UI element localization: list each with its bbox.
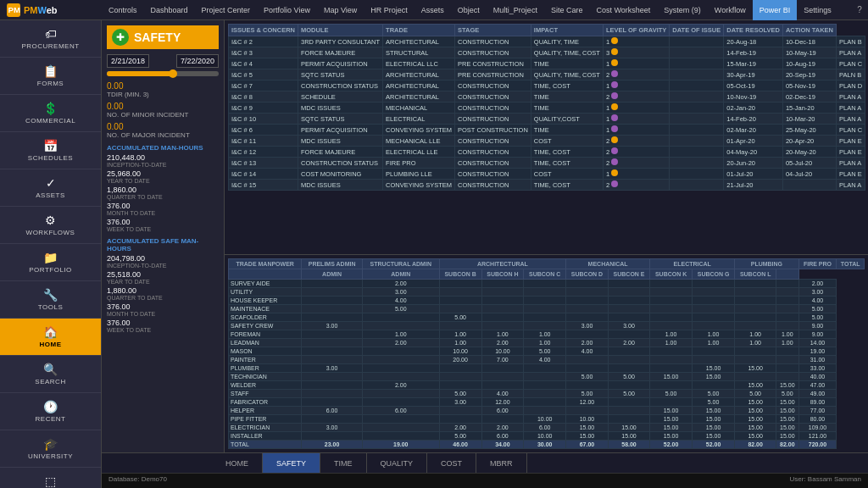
issues-cell: 02-Mar-20	[724, 125, 783, 136]
sidebar-item-portfolio[interactable]: 📁PORTFOLIO	[0, 244, 101, 281]
manpower-cell: 2.00	[362, 280, 439, 288]
manpower-cell: 15.00	[776, 398, 798, 407]
sidebar-item-workflows[interactable]: ⚙WORKFLOWS	[0, 207, 101, 244]
sidebar-item-home[interactable]: 🏠HOME	[0, 319, 101, 356]
top-nav-tab-power-bi[interactable]: Power BI	[753, 0, 798, 20]
date-to[interactable]: 7/22/2020	[176, 54, 219, 68]
sidebar-item-tools[interactable]: 🔧TOOLS	[0, 281, 101, 319]
top-nav-tab-object[interactable]: Object	[451, 0, 487, 20]
manpower-cell	[302, 288, 362, 297]
gravity-dot	[611, 114, 618, 121]
issues-cell: PRE CONSTRUCTION	[455, 58, 531, 69]
help-icon[interactable]: ?	[851, 0, 868, 20]
sidebar-item-university[interactable]: 🎓UNIVERSITY	[0, 430, 101, 468]
issues-cell: COST	[531, 136, 603, 147]
manpower-subheader: SUBCON L	[735, 269, 776, 280]
manpower-cell: 46.00	[439, 441, 481, 449]
manpower-cell	[735, 280, 776, 288]
manpower-cell: 15.00	[735, 407, 776, 415]
top-nav-tab-system-(9)[interactable]: System (9)	[657, 0, 708, 20]
manpower-cell	[566, 297, 609, 305]
manpower-cell	[650, 297, 693, 305]
manpower-row: PIPE FITTER10.0010.0015.0015.0015.0015.0…	[229, 415, 865, 424]
top-nav-tab-controls[interactable]: Controls	[102, 0, 144, 20]
manpower-cell: 6.00	[362, 407, 439, 415]
top-nav-tab-portfolio-view[interactable]: Portfolio View	[257, 0, 317, 20]
sidebar-item-search[interactable]: 🔍SEARCH	[0, 356, 101, 393]
sidebar-item-exit[interactable]: ⬚EXIT	[0, 468, 101, 488]
top-nav-tab-cost-worksheet[interactable]: Cost Worksheet	[589, 0, 657, 20]
top-nav-tab-multi_project[interactable]: Multi_Project	[487, 0, 544, 20]
manpower-cell	[302, 415, 362, 424]
manpower-cell	[566, 288, 609, 297]
top-nav-tab-site-care[interactable]: Site Care	[544, 0, 590, 20]
bottom-tab-cost[interactable]: COST	[427, 453, 476, 474]
manpower-cell: 15.00	[692, 407, 734, 415]
manpower-cell: 12.00	[481, 398, 524, 407]
safety-icon: ✚	[112, 29, 129, 46]
manpower-cell: 2.00	[481, 339, 524, 347]
issues-row: I&C # 4PERMIT ACQUISITIONELECTRICAL LLCP…	[229, 58, 865, 69]
issues-cell: I&C # 6	[229, 125, 298, 136]
sidebar-item-forms[interactable]: 📋FORMS	[0, 58, 101, 95]
issues-cell: TIME	[531, 92, 603, 103]
gravity-dot	[611, 103, 618, 110]
manpower-cell: 1.00	[735, 330, 776, 339]
slider-thumb[interactable]	[169, 69, 177, 78]
issues-cell: I&C # 14	[229, 169, 298, 180]
issues-cell: 21-Jul-20	[724, 180, 783, 191]
sidebar-item-schedules[interactable]: 📅SCHEDULES	[0, 132, 101, 169]
issues-cell: CONSTRUCTION	[455, 80, 531, 92]
gravity-dot	[611, 81, 618, 88]
issues-cell: 2	[603, 158, 669, 169]
manpower-cell: 15.00	[776, 424, 798, 432]
accumulated-safe-row: 376.00MONTH TO DATE	[107, 302, 219, 317]
bottom-tab-quality[interactable]: QUALITY	[367, 453, 428, 474]
manpower-cell: 82.00	[776, 441, 798, 449]
manpower-row-label: FOREMAN	[229, 330, 302, 339]
issues-cell: PALN B	[837, 69, 865, 80]
issues-cell: ARCHITECTURAL	[383, 69, 455, 80]
issues-cell: 14-Feb-20	[724, 114, 783, 125]
sidebar-item-assets[interactable]: ✓ASSETS	[0, 169, 101, 207]
issues-cell: I&C # 9	[229, 103, 298, 114]
bottom-tab-mbrr[interactable]: MBRR	[476, 453, 527, 474]
top-nav-tab-settings[interactable]: Settings	[797, 0, 838, 20]
database-info: Database: Demo70	[108, 475, 167, 486]
manpower-cell: 58.00	[608, 441, 649, 449]
manpower-cell	[692, 280, 734, 288]
sidebar-item-procurement[interactable]: 🏷PROCUREMENT	[0, 20, 101, 58]
manpower-cell: 5.00	[439, 432, 481, 441]
top-nav-tab-hr-project[interactable]: HR Project	[364, 0, 415, 20]
issues-cell: 20-Sep-19	[782, 69, 836, 80]
sidebar-item-recent[interactable]: 🕐RECENT	[0, 393, 101, 430]
top-nav-tab-workflow[interactable]: Workflow	[708, 0, 753, 20]
bottom-tab-time[interactable]: TIME	[320, 453, 367, 474]
issues-cell: 20-Apr-20	[782, 136, 836, 147]
issues-cell: I&C # 10	[229, 114, 298, 125]
issues-cell: SCHEDULE	[298, 92, 383, 103]
top-nav-tab-project-center[interactable]: Project Center	[195, 0, 258, 20]
manpower-cell	[481, 313, 524, 322]
date-slider[interactable]	[107, 71, 219, 76]
top-nav-tab-dashboard[interactable]: Dashboard	[144, 0, 195, 20]
manpower-row: MASON10.0010.005.004.0019.00	[229, 347, 865, 356]
issues-cell: TIME, COST	[531, 80, 603, 92]
date-from[interactable]: 2/21/2018	[107, 54, 149, 68]
manpower-cell: 5.00	[608, 373, 649, 381]
sidebar-item-commercial[interactable]: 💲COMMERCIAL	[0, 95, 101, 132]
manpower-cell	[735, 373, 776, 381]
top-nav-tab-map-view[interactable]: Map View	[317, 0, 364, 20]
issues-cell: 01-Apr-20	[724, 136, 783, 147]
manpower-row: FABRICATOR3.0012.0012.005.0015.0015.0089…	[229, 398, 865, 407]
manpower-cell: 5.00	[776, 390, 798, 398]
bottom-tab-home[interactable]: HOME	[212, 453, 263, 474]
top-nav-tab-assets[interactable]: Assets	[415, 0, 451, 20]
bottom-tab-safety[interactable]: SAFETY	[263, 453, 320, 474]
sidebar-label: UNIVERSITY	[28, 452, 73, 460]
manpower-cell: 15.00	[735, 432, 776, 441]
issues-row: I&C # 7CONSTRUCTION STATUSARCHITECTURALC…	[229, 80, 865, 92]
manpower-cell: 49.00	[798, 390, 837, 398]
manpower-row-label: SCAFOLDER	[229, 313, 302, 322]
manpower-cell	[302, 347, 362, 356]
